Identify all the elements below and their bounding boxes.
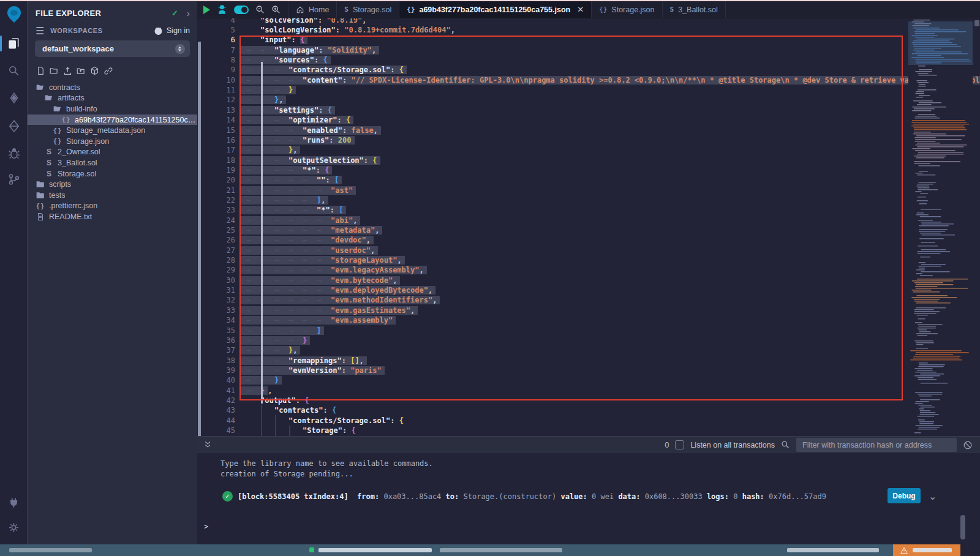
code-line-15[interactable]: 15→→→→"enabled": false, bbox=[197, 126, 980, 135]
code-line-43[interactable]: 43"contracts": { bbox=[197, 405, 980, 415]
listen-checkbox[interactable] bbox=[675, 440, 684, 449]
debugger-icon[interactable] bbox=[0, 145, 28, 163]
import-url-icon[interactable] bbox=[104, 66, 113, 75]
code-line-27[interactable]: 27→→→→→→"userdoc", bbox=[197, 246, 980, 255]
code-line-4[interactable]: 4"solcVersion": "0.8.19", bbox=[197, 18, 980, 25]
run-script-icon[interactable] bbox=[203, 6, 210, 14]
expand-tx-icon[interactable]: ⌄ bbox=[929, 490, 937, 502]
code-line-18[interactable]: 18→→→"outputSelection": { bbox=[197, 156, 980, 165]
code-line-40[interactable]: 40→→} bbox=[197, 375, 980, 385]
code-line-9[interactable]: 9→→→"contracts/Storage.sol": { bbox=[197, 65, 980, 75]
code-line-29[interactable]: 29→→→→→→"evm.legacyAssembly", bbox=[197, 265, 980, 275]
theme-toggle[interactable] bbox=[234, 6, 249, 14]
tree-item-artifacts[interactable]: artifacts bbox=[28, 93, 197, 104]
code-line-5[interactable]: 5"solcLongVersion": "0.8.19+commit.7dd6d… bbox=[197, 25, 980, 35]
chevron-right-icon[interactable]: › bbox=[187, 8, 190, 18]
collapse-terminal-icon[interactable] bbox=[203, 440, 213, 449]
editor-scrollbar[interactable] bbox=[974, 18, 980, 436]
code-line-31[interactable]: 31→→→→→→"evm.deployedBytecode", bbox=[197, 285, 980, 295]
tree-item-readme-txt[interactable]: README.txt bbox=[28, 211, 197, 222]
search-icon[interactable] bbox=[0, 62, 28, 80]
transaction-log[interactable]: [block:5583405 txIndex:4] from: 0xa03...… bbox=[238, 492, 826, 501]
zoom-out-icon[interactable] bbox=[255, 5, 265, 14]
code-line-23[interactable]: 23→→→→→"*": [ bbox=[197, 205, 980, 215]
hamburger-menu-icon[interactable]: ☰ bbox=[36, 25, 44, 37]
tree-item-storage-sol[interactable]: SStorage.sol bbox=[28, 168, 197, 179]
deploy-and-run-icon[interactable] bbox=[0, 117, 28, 135]
tab-3-ballot-sol[interactable]: S3_Ballot.sol bbox=[663, 1, 726, 18]
json-icon: {} bbox=[61, 116, 72, 124]
code-line-10[interactable]: 10→→→→"content": "// SPDX-License-Identi… bbox=[197, 75, 980, 85]
tab-a69b43f277ba20fcac141151250ca755-json[interactable]: {}a69b43f277ba20fcac141151250ca755.json✕ bbox=[399, 1, 592, 18]
tree-item-contracts[interactable]: contracts bbox=[28, 82, 197, 93]
code-line-21[interactable]: 21→→→→→→"ast" bbox=[197, 186, 980, 195]
transaction-filter-input[interactable] bbox=[796, 438, 957, 452]
sign-in-button[interactable]: Sign in bbox=[154, 26, 190, 36]
code-line-6[interactable]: 6"input": { bbox=[197, 35, 980, 45]
new-file-icon[interactable] bbox=[36, 66, 45, 75]
load-template-icon[interactable] bbox=[90, 66, 99, 75]
code-line-33[interactable]: 33→→→→→→"evm.gasEstimates", bbox=[197, 306, 980, 315]
tab-home[interactable]: Home bbox=[288, 1, 337, 18]
code-line-17[interactable]: 17→→→}, bbox=[197, 145, 980, 155]
code-line-34[interactable]: 34→→→→→→"evm.assembly" bbox=[197, 315, 980, 325]
code-line-26[interactable]: 26→→→→→→"devdoc", bbox=[197, 235, 980, 245]
tree-item--prettierrc-json[interactable]: {}.prettierrc.json bbox=[28, 201, 197, 212]
zoom-in-icon[interactable] bbox=[271, 5, 281, 14]
code-line-37[interactable]: 37→→→}, bbox=[197, 345, 980, 355]
workspace-select[interactable]: default_workspace bbox=[35, 40, 190, 57]
code-line-24[interactable]: 24→→→→→→"abi", bbox=[197, 216, 980, 225]
tree-item-2-owner-sol[interactable]: S2_Owner.sol bbox=[28, 147, 197, 158]
tree-item-3-ballot-sol[interactable]: S3_Ballot.sol bbox=[28, 157, 197, 168]
tree-item-scripts[interactable]: scripts bbox=[28, 179, 197, 190]
code-line-19[interactable]: 19→→→→"*": { bbox=[197, 165, 980, 175]
code-line-36[interactable]: 36→→→→} bbox=[197, 336, 980, 345]
code-line-45[interactable]: 45"Storage": { bbox=[197, 426, 980, 435]
file-explorer-icon[interactable] bbox=[0, 34, 28, 53]
code-line-20[interactable]: 20→→→→→"": [ bbox=[197, 175, 980, 185]
code-line-16[interactable]: 16→→→→"runs": 200 bbox=[197, 135, 980, 145]
close-tab-icon[interactable]: ✕ bbox=[577, 5, 584, 14]
upload-file-icon[interactable] bbox=[63, 66, 72, 75]
upload-folder-icon[interactable] bbox=[77, 66, 86, 75]
code-line-35[interactable]: 35→→→→→] bbox=[197, 326, 980, 336]
tree-item-a69b43f277ba20fcac141151250ca7-[interactable]: {}a69b43f277ba20fcac141151250ca7... bbox=[28, 115, 197, 126]
code-line-22[interactable]: 22→→→→→], bbox=[197, 195, 980, 205]
new-folder-icon[interactable] bbox=[50, 66, 59, 75]
code-line-28[interactable]: 28→→→→→→"storageLayout", bbox=[197, 255, 980, 265]
terminal-scrollbar-thumb[interactable] bbox=[960, 515, 965, 539]
code-line-8[interactable]: 8→→"sources": { bbox=[197, 55, 980, 65]
tree-item-tests[interactable]: tests bbox=[28, 190, 197, 201]
code-line-41[interactable]: 41→}, bbox=[197, 386, 980, 396]
tree-item-storage-metadata-json[interactable]: {}Storage_metadata.json bbox=[28, 125, 197, 136]
debug-button[interactable]: Debug bbox=[888, 488, 921, 503]
code-line-32[interactable]: 32→→→→→→"evm.methodIdentifiers", bbox=[197, 295, 980, 305]
remix-ai-icon[interactable] bbox=[217, 4, 227, 15]
code-line-30[interactable]: 30→→→→→→"evm.bytecode", bbox=[197, 276, 980, 285]
tree-item-storage-json[interactable]: {}Storage.json bbox=[28, 136, 197, 147]
tree-item-build-info[interactable]: build-info bbox=[28, 103, 197, 115]
code-line-12[interactable]: 12→→}, bbox=[197, 95, 980, 105]
code-line-44[interactable]: 44"contracts/Storage.sol": { bbox=[197, 416, 980, 426]
settings-icon[interactable] bbox=[0, 518, 28, 536]
tab-storage-sol[interactable]: SStorage.sol bbox=[337, 1, 399, 18]
scam-alert-badge[interactable] bbox=[893, 544, 960, 556]
workspace-name: default_workspace bbox=[42, 44, 175, 53]
solidity-compiler-icon[interactable] bbox=[0, 89, 28, 108]
tab-storage-json[interactable]: {}Storage.json bbox=[592, 1, 662, 18]
plugin-manager-icon[interactable] bbox=[0, 493, 28, 511]
minimap[interactable] bbox=[908, 18, 973, 436]
code-line-39[interactable]: 39→→→"evmVersion": "paris" bbox=[197, 366, 980, 375]
code-line-11[interactable]: 11→→→} bbox=[197, 85, 980, 95]
code-line-14[interactable]: 14→→→"optimizer": { bbox=[197, 115, 980, 125]
terminal-prompt[interactable]: > bbox=[204, 522, 208, 531]
git-icon[interactable] bbox=[0, 170, 28, 189]
code-line-42[interactable]: 42"output": { bbox=[197, 396, 980, 405]
code-line-25[interactable]: 25→→→→→→"metadata", bbox=[197, 225, 980, 235]
code-line-7[interactable]: 7→→"language": "Solidity", bbox=[197, 45, 980, 55]
code-line-38[interactable]: 38→→→"remappings": [], bbox=[197, 356, 980, 366]
code-editor[interactable]: 4"solcVersion": "0.8.19",5"solcLongVersi… bbox=[197, 18, 980, 436]
clear-filter-icon[interactable] bbox=[963, 440, 973, 450]
scrollbar-thumb[interactable] bbox=[974, 20, 979, 26]
code-line-13[interactable]: 13→→"settings": { bbox=[197, 105, 980, 115]
